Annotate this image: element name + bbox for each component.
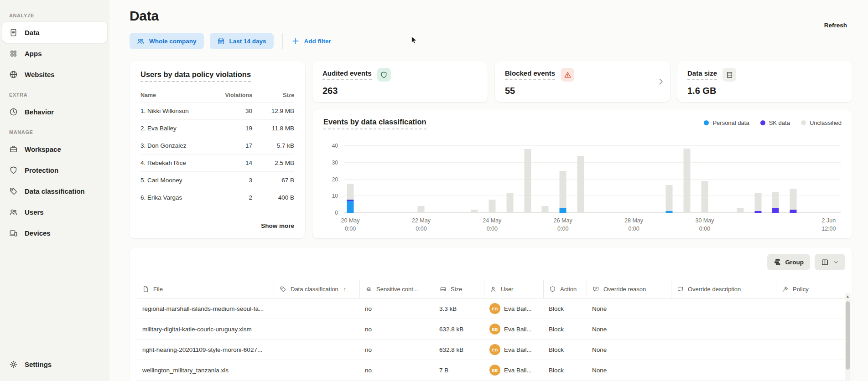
- chart-bar[interactable]: [666, 146, 673, 213]
- x-tick-label: 24 May0:00: [473, 217, 512, 233]
- date-filter-chip[interactable]: Last 14 days: [210, 33, 274, 49]
- violations-row[interactable]: 3. Don Gonzalez 17 5.7 kB: [140, 137, 294, 154]
- sidebar-item-label: Devices: [25, 229, 51, 237]
- violations-row[interactable]: 6. Erika Vargas 2 400 B: [140, 189, 294, 206]
- chart-bar[interactable]: [489, 146, 495, 213]
- sidebar-section-manage: MANAGE: [0, 129, 109, 135]
- stat-card-title[interactable]: Blocked events: [505, 69, 555, 80]
- sidebar-item[interactable]: Apps: [2, 43, 107, 64]
- chart-card: Events by data classification Personal d…: [312, 109, 852, 238]
- table-row[interactable]: regional-marshall-islands-medium-seoul-f…: [137, 299, 845, 319]
- chevron-right-icon[interactable]: [656, 77, 665, 86]
- cell-action: Block: [543, 319, 587, 339]
- scrollbar-up-arrow[interactable]: ▲: [845, 293, 851, 300]
- sidebar-item[interactable]: Websites: [2, 64, 107, 85]
- table-row[interactable]: wellington_military_tanzania.xls no 7 B …: [137, 360, 845, 381]
- column-header[interactable]: Data classification ↑: [274, 280, 359, 298]
- date-filter-label: Last 14 days: [229, 38, 266, 45]
- chart-title[interactable]: Events by data classification: [323, 118, 426, 129]
- cell-sensitive: no: [359, 319, 434, 339]
- chart-bar[interactable]: [701, 146, 708, 213]
- table-row[interactable]: right-hearing-20201109-style-moroni-6027…: [137, 340, 845, 360]
- columns-button[interactable]: [815, 254, 845, 270]
- group-button[interactable]: Group: [767, 254, 811, 270]
- sidebar-item-settings[interactable]: Settings: [2, 354, 107, 375]
- legend-item[interactable]: SK data: [760, 119, 790, 126]
- stat-card-title[interactable]: Data size: [687, 69, 717, 80]
- column-header[interactable]: User: [484, 280, 543, 298]
- cell-policy: [776, 360, 845, 380]
- add-filter-button[interactable]: Add filter: [291, 37, 331, 45]
- table-scrollbar[interactable]: ▲: [845, 293, 851, 381]
- scrollbar-thumb[interactable]: [846, 301, 850, 370]
- chart-bar[interactable]: [560, 146, 567, 213]
- cell-policy: [776, 299, 845, 319]
- legend-item[interactable]: Personal data: [704, 119, 749, 126]
- violations-count: 19: [219, 125, 252, 132]
- sidebar-item-label: Data: [25, 29, 40, 36]
- chart-bar[interactable]: [754, 146, 761, 213]
- column-header[interactable]: Override reason: [587, 280, 671, 298]
- cell-size: 632.8 kB: [434, 319, 484, 339]
- legend-item[interactable]: Unclassified: [801, 119, 842, 126]
- cell-override-description: [671, 299, 776, 319]
- cell-user: EB Eva Bail...: [484, 319, 543, 339]
- column-header[interactable]: Policy: [776, 280, 845, 298]
- chart-bar[interactable]: [347, 146, 354, 213]
- sidebar-item-label: Protection: [25, 166, 58, 174]
- violations-count: 17: [219, 142, 252, 149]
- sidebar-item[interactable]: Data classification: [2, 180, 107, 201]
- sidebar-item[interactable]: Behavior: [2, 101, 107, 122]
- column-header-icon: [549, 286, 556, 293]
- chart-bar[interactable]: [577, 146, 584, 213]
- company-filter-chip[interactable]: Whole company: [130, 33, 204, 49]
- column-header-label: Size: [451, 286, 462, 293]
- sidebar-item[interactable]: Devices: [2, 222, 107, 243]
- column-header[interactable]: Sensitive cont...: [359, 280, 434, 298]
- cell-action: Block: [543, 299, 587, 319]
- sidebar-item[interactable]: Protection: [2, 160, 107, 180]
- cell-user-name: Eva Bail...: [504, 305, 532, 312]
- column-header-label: Sensitive cont...: [376, 286, 418, 293]
- refresh-button[interactable]: Refresh: [824, 22, 847, 29]
- chart-bar[interactable]: [790, 146, 797, 213]
- chart-bar[interactable]: [524, 146, 531, 213]
- chart-bar[interactable]: [506, 146, 513, 213]
- bar-segment: [684, 149, 691, 213]
- users-icon: [137, 37, 145, 45]
- sidebar-item-icon: [9, 70, 18, 79]
- chart-bar[interactable]: [542, 146, 549, 213]
- sidebar-item[interactable]: Workspace: [2, 139, 107, 160]
- violations-row[interactable]: 4. Rebekah Rice 14 2.5 MB: [140, 154, 294, 171]
- chart-bar[interactable]: [772, 146, 779, 213]
- column-header-icon: [593, 286, 599, 293]
- chart-bar[interactable]: [737, 146, 743, 213]
- violations-row[interactable]: 5. Carl Mooney 3 67 B: [140, 171, 294, 189]
- table-row[interactable]: military-digital-katie-couric-uruguay.xl…: [137, 319, 845, 340]
- stat-badge: [377, 68, 391, 82]
- column-header-label: Policy: [793, 286, 809, 293]
- stat-card-title[interactable]: Audited events: [322, 69, 372, 80]
- user-name: 3. Don Gonzalez: [140, 142, 219, 149]
- x-tick-label: 30 May0:00: [685, 217, 724, 233]
- avatar: EB: [489, 324, 500, 335]
- sidebar-section-extra: EXTRA: [0, 92, 109, 98]
- column-header[interactable]: Override description: [671, 280, 776, 298]
- show-more-button[interactable]: Show more: [261, 222, 294, 229]
- stat-badge: [561, 68, 574, 82]
- stat-badge: [722, 68, 736, 82]
- column-header[interactable]: Action: [543, 280, 587, 298]
- column-header[interactable]: Size: [434, 280, 484, 298]
- chart-bar[interactable]: [471, 146, 478, 213]
- violations-row[interactable]: 1. Nikki Wilkinson 30 12.9 MB: [140, 102, 294, 119]
- violations-card-title[interactable]: Users by data policy violations: [140, 70, 251, 82]
- cell-policy: [776, 319, 845, 339]
- column-header-label: File: [153, 286, 163, 293]
- column-header[interactable]: File: [137, 280, 274, 298]
- chart-bar[interactable]: [418, 146, 425, 213]
- bar-segment: [754, 211, 761, 213]
- chart-bar[interactable]: [684, 146, 691, 213]
- violations-row[interactable]: 2. Eva Bailey 19 11.8 MB: [140, 119, 294, 137]
- sidebar-item[interactable]: Users: [2, 201, 107, 222]
- sidebar-item[interactable]: Data: [2, 22, 107, 43]
